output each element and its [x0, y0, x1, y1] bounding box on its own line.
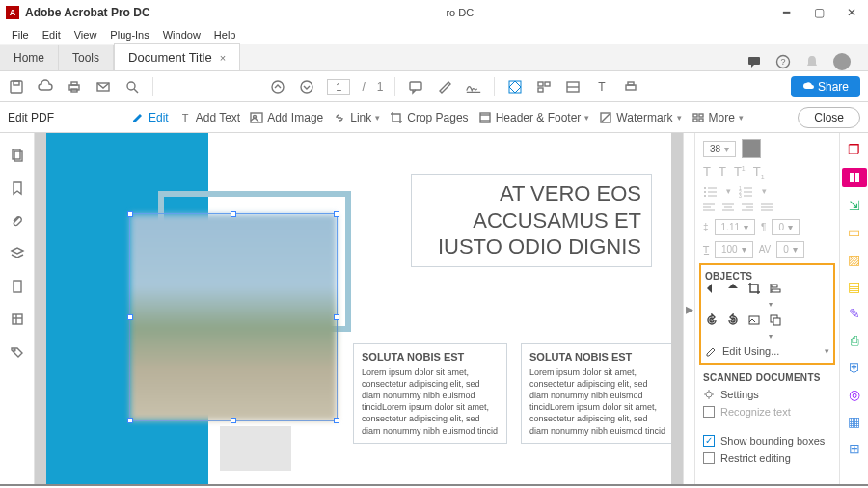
- document-page[interactable]: AT VERO EOS ACCUSAMUS ET IUSTO ODIO DIGN…: [46, 133, 671, 484]
- line-height-select[interactable]: 1.11▾: [715, 219, 755, 235]
- resize-handle-nw[interactable]: [127, 211, 133, 217]
- menu-view[interactable]: View: [68, 27, 103, 42]
- number-list-icon[interactable]: 123: [739, 186, 754, 198]
- tool-extra-icon[interactable]: ⊞: [846, 440, 863, 457]
- align-right-icon[interactable]: [742, 203, 753, 213]
- tab-close-icon[interactable]: ×: [220, 52, 226, 64]
- align-center-icon[interactable]: [722, 203, 734, 213]
- thumbnails-icon[interactable]: [9, 147, 26, 164]
- flip-horizontal-icon[interactable]: [726, 282, 740, 310]
- tool-protect-icon[interactable]: ⛨: [846, 359, 863, 376]
- tool-edit-icon[interactable]: [842, 168, 867, 187]
- close-panel-button[interactable]: Close: [798, 107, 860, 128]
- restrict-row[interactable]: Restrict editing: [703, 452, 831, 464]
- resize-handle-ne[interactable]: [334, 211, 339, 217]
- headline-text[interactable]: AT VERO EOS ACCUSAMUS ET IUSTO ODIO DIGN…: [411, 174, 652, 267]
- horiz-scale-select[interactable]: 100▾: [715, 241, 753, 258]
- maximize-button[interactable]: ▢: [802, 0, 835, 25]
- subscript-icon[interactable]: T1: [753, 164, 765, 180]
- standards-icon[interactable]: [9, 311, 26, 328]
- kerning-select[interactable]: 0▾: [776, 241, 804, 258]
- recognize-checkbox[interactable]: [703, 406, 715, 418]
- align-justify-icon[interactable]: [761, 203, 773, 213]
- resize-handle-se[interactable]: [334, 418, 339, 423]
- more-button[interactable]: More: [692, 111, 744, 124]
- avatar[interactable]: [833, 53, 851, 70]
- tab-document[interactable]: Document Title ×: [114, 43, 240, 70]
- rotate-ccw-icon[interactable]: [705, 313, 719, 341]
- crop-object-icon[interactable]: [747, 282, 761, 310]
- recognize-text-row[interactable]: Recognize text: [703, 406, 831, 418]
- arrange-icon[interactable]: ▾: [769, 313, 782, 341]
- regular-icon[interactable]: T: [703, 164, 711, 180]
- text-tool-icon[interactable]: T: [593, 78, 610, 95]
- bold-icon[interactable]: T: [719, 164, 726, 180]
- close-window-button[interactable]: ✕: [835, 0, 868, 25]
- menu-file[interactable]: File: [6, 27, 35, 42]
- settings-button[interactable]: Settings: [703, 389, 831, 400]
- print2-icon[interactable]: [622, 78, 639, 95]
- menu-plugins[interactable]: Plug-Ins: [104, 27, 154, 42]
- page-down-icon[interactable]: [298, 78, 315, 95]
- color-swatch[interactable]: [742, 139, 761, 158]
- bullet-list-icon[interactable]: [703, 186, 719, 198]
- cloud-icon[interactable]: [37, 78, 54, 95]
- edit-using-button[interactable]: Edit Using... ▾: [705, 345, 829, 357]
- add-text-button[interactable]: T Add Text: [178, 111, 240, 124]
- share-button[interactable]: Share: [791, 76, 860, 97]
- tool-organize-icon[interactable]: ▨: [846, 251, 863, 268]
- bell-icon[interactable]: [804, 54, 820, 69]
- restrict-checkbox[interactable]: [703, 452, 715, 464]
- paragraph-spacing-select[interactable]: 0▾: [772, 219, 800, 235]
- tool-scan-icon[interactable]: ◎: [846, 386, 863, 403]
- right-scroll-gutter[interactable]: [671, 133, 683, 484]
- tool-print-icon[interactable]: ⎙: [846, 332, 863, 349]
- menu-help[interactable]: Help: [208, 27, 242, 42]
- show-bbox-row[interactable]: ✓ Show bounding boxes: [703, 435, 831, 447]
- bookmarks-icon[interactable]: [9, 179, 26, 197]
- page-up-icon[interactable]: [269, 78, 286, 95]
- selected-image[interactable]: [129, 213, 338, 421]
- tool-export-icon[interactable]: ⇲: [846, 197, 863, 214]
- tags-icon[interactable]: [9, 343, 26, 361]
- minimize-button[interactable]: ━: [770, 0, 802, 25]
- text-column-1[interactable]: SOLUTA NOBIS EST Lorem ipsum dolor sit a…: [353, 343, 507, 444]
- resize-handle-w[interactable]: [127, 314, 133, 320]
- tool-comment-icon[interactable]: ▭: [846, 224, 863, 241]
- tool-note-icon[interactable]: ▤: [846, 278, 863, 295]
- font-size-select[interactable]: 38▾: [703, 141, 736, 157]
- show-bbox-checkbox[interactable]: ✓: [703, 435, 715, 447]
- header-footer-button[interactable]: Header & Footer: [478, 111, 590, 124]
- crop-button[interactable]: Crop Pages: [390, 111, 468, 124]
- resize-handle-sw[interactable]: [127, 418, 133, 423]
- tool-a-icon[interactable]: [506, 78, 524, 95]
- add-image-button[interactable]: Add Image: [250, 111, 323, 124]
- resize-handle-e[interactable]: [334, 314, 339, 320]
- sign-icon[interactable]: [465, 78, 482, 95]
- mail-icon[interactable]: [95, 78, 112, 95]
- layers-icon[interactable]: [9, 245, 26, 262]
- flip-vertical-icon[interactable]: [705, 282, 719, 310]
- tab-home[interactable]: Home: [0, 45, 59, 70]
- resize-handle-n[interactable]: [231, 211, 236, 217]
- align-left-icon[interactable]: [703, 203, 715, 213]
- link-button[interactable]: Link: [333, 111, 380, 124]
- menu-window[interactable]: Window: [157, 27, 206, 42]
- print-icon[interactable]: [66, 78, 83, 95]
- replace-image-icon[interactable]: [747, 313, 761, 341]
- chat-icon[interactable]: [746, 54, 762, 69]
- align-objects-icon[interactable]: ▾: [769, 282, 782, 310]
- highlight-icon[interactable]: [436, 78, 453, 95]
- help-icon[interactable]: ?: [775, 54, 791, 69]
- page-number-input[interactable]: [327, 79, 350, 95]
- comment-icon[interactable]: [407, 78, 424, 95]
- page-icon[interactable]: [9, 278, 26, 295]
- watermark-button[interactable]: Watermark: [599, 111, 681, 124]
- save-icon[interactable]: [8, 78, 25, 95]
- tab-tools[interactable]: Tools: [59, 45, 114, 70]
- resize-handle-s[interactable]: [231, 418, 236, 423]
- edit-button[interactable]: Edit: [131, 111, 169, 124]
- superscript-icon[interactable]: T1: [734, 164, 746, 180]
- menu-edit[interactable]: Edit: [37, 27, 67, 42]
- organize-icon[interactable]: [535, 78, 553, 95]
